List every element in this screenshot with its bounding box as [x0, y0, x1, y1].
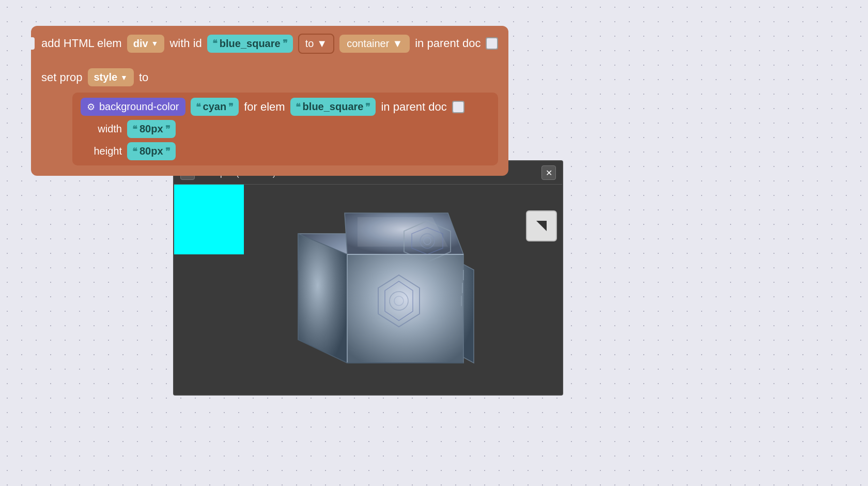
- height-value: 80px: [140, 145, 163, 157]
- width-value-pill[interactable]: ❝ 80px ❞: [127, 120, 176, 138]
- bg-color-value: cyan: [203, 101, 227, 113]
- height-value-pill[interactable]: ❝ 80px ❞: [127, 142, 176, 160]
- elem-type-dropdown[interactable]: div ▼: [127, 35, 165, 53]
- text-in-parent-doc-row1: in parent doc: [415, 37, 481, 50]
- cyan-square-element: [174, 185, 244, 254]
- quote-close-id: ❞: [283, 38, 288, 49]
- block-row1-add-html-elem: add HTML elem div ▼ with id ❝ blue_squar…: [31, 26, 508, 61]
- quote-close-elem: ❞: [365, 101, 370, 113]
- cube-svg: [267, 203, 494, 394]
- height-row: height ❝ 80px ❞: [81, 142, 490, 160]
- text-add-html-elem: add HTML elem: [41, 37, 122, 50]
- elem-type-label: div: [133, 38, 148, 50]
- container-label: container: [347, 38, 389, 50]
- width-row: width ❝ 80px ❞: [81, 120, 490, 138]
- cube-3d-render: [246, 200, 515, 394]
- quote-open-width: ❝: [132, 124, 137, 135]
- expand-icon: [536, 221, 547, 231]
- text-to-row2: to: [139, 71, 148, 84]
- text-in-parent-doc-row2: in parent doc: [381, 100, 446, 114]
- quote-open-height: ❝: [132, 146, 137, 157]
- style-arrow: ▼: [120, 73, 128, 82]
- gear-icon: ⚙: [87, 101, 95, 113]
- bg-color-row: ⚙ background-color ❝ cyan ❞ for elem ❝ b…: [81, 98, 490, 116]
- checkbox-row2[interactable]: [452, 101, 464, 113]
- svg-marker-3: [347, 254, 463, 363]
- to-arrow-row1: ▼: [317, 38, 327, 50]
- container-arrow: ▼: [392, 38, 402, 50]
- container-dropdown[interactable]: container ▼: [339, 35, 410, 53]
- quote-open-bg: ❝: [196, 101, 201, 113]
- height-label: height: [81, 145, 122, 157]
- width-value: 80px: [140, 123, 163, 135]
- elem-ref-pill[interactable]: ❝ blue_square ❞: [290, 98, 376, 116]
- viewport-panel: ⏸ Viewport(FPS: 60) ✕: [173, 160, 563, 396]
- bg-color-label: background-color: [99, 101, 179, 113]
- checkbox-row1[interactable]: [486, 37, 498, 50]
- expand-button[interactable]: [526, 210, 557, 241]
- text-set-prop: set prop: [41, 71, 83, 84]
- quote-open-id: ❝: [212, 38, 218, 49]
- style-dropdown[interactable]: style ▼: [88, 68, 134, 86]
- to-dropdown-row1[interactable]: to ▼: [298, 34, 334, 54]
- style-label: style: [94, 71, 118, 83]
- close-button[interactable]: ✕: [541, 165, 556, 180]
- viewport-body: [174, 185, 562, 394]
- quote-close-width: ❞: [165, 124, 171, 135]
- elem-type-arrow: ▼: [151, 39, 159, 48]
- id-value-pill[interactable]: ❝ blue_square ❞: [207, 35, 293, 53]
- set-prop-header: set prop style ▼ to: [41, 68, 498, 86]
- bg-value-pill[interactable]: ❝ cyan ❞: [191, 98, 239, 116]
- elem-ref-value: blue_square: [303, 101, 364, 113]
- quote-close-height: ❞: [165, 146, 171, 157]
- text-with-id: with id: [169, 37, 202, 50]
- block-row2-set-prop: set prop style ▼ to ⚙ background-color ❝…: [31, 61, 508, 176]
- to-label-row1: to: [305, 38, 314, 50]
- bg-color-gear-pill[interactable]: ⚙ background-color: [81, 98, 185, 116]
- width-label: width: [81, 123, 122, 135]
- svg-marker-15: [358, 217, 448, 247]
- style-properties-block: ⚙ background-color ❝ cyan ❞ for elem ❝ b…: [72, 93, 498, 165]
- id-value: blue_square: [220, 38, 281, 50]
- close-icon: ✕: [546, 168, 552, 178]
- quote-open-elem: ❝: [296, 101, 301, 113]
- quote-close-bg: ❞: [228, 101, 234, 113]
- text-for-elem: for elem: [244, 100, 285, 114]
- blocks-area: add HTML elem div ▼ with id ❝ blue_squar…: [31, 26, 508, 176]
